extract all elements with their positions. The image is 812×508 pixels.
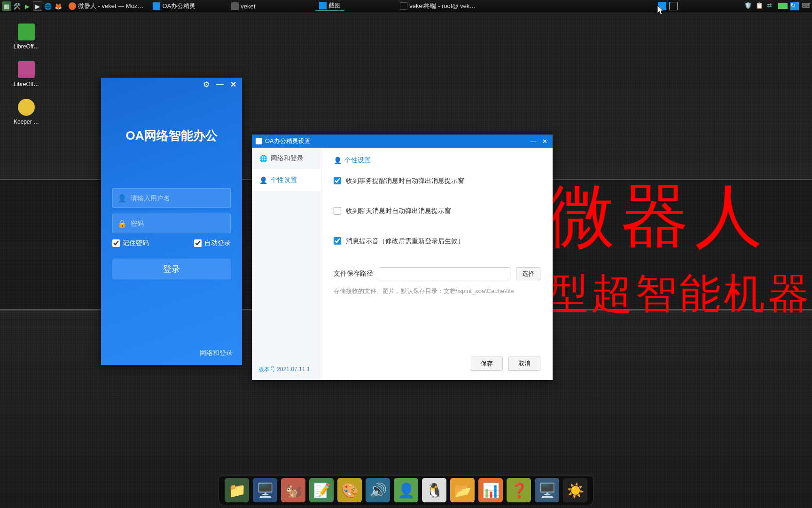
libreoffice-base-icon: [18, 61, 35, 78]
dock-paint[interactable]: 🎨: [337, 478, 362, 502]
nav-label: 个性设置: [271, 176, 297, 184]
auto-login-checkbox[interactable]: 自动登录: [194, 239, 231, 247]
dock-display[interactable]: 🖥️: [535, 478, 559, 502]
play-icon[interactable]: ▶: [23, 1, 32, 11]
save-button[interactable]: 保存: [471, 357, 503, 371]
dock-files[interactable]: 📁: [225, 478, 249, 502]
settings-titlebar: OA办公精灵设置 — ✕: [252, 135, 553, 148]
menu-icon[interactable]: ▦: [2, 1, 11, 11]
wallpaper-text: 微器人 型超智能机器: [547, 179, 812, 316]
remember-checkbox-input[interactable]: [112, 239, 120, 247]
username-input[interactable]: [131, 194, 226, 202]
checkbox-task-popup[interactable]: [334, 177, 341, 184]
file-path-input[interactable]: [379, 267, 510, 280]
dock-brightness[interactable]: ☀️: [563, 478, 587, 502]
desktop-icons: LibreOff… LibreOff… Keeper …: [7, 24, 46, 125]
oa-icon: [153, 2, 160, 10]
dock: 📁 🖥️ 🐿️ 📝 🎨 🔊 👤 🐧 📂 📊 ❓ 🖥️ ☀️: [219, 475, 593, 505]
user-icon: 👤: [334, 157, 342, 164]
option-label: 收到事务提醒消息时自动弹出消息提示窗: [346, 177, 464, 185]
icon-label: LibreOff…: [7, 81, 46, 87]
settings-footer: 保存 取消: [471, 357, 540, 371]
system-tray: 🛡️ 📋 ⇄ ↻ ⌨: [658, 2, 810, 10]
network-login-link[interactable]: 网络和登录: [200, 349, 233, 357]
firefox-icon[interactable]: 🦊: [54, 1, 63, 11]
taskbar-task-oa[interactable]: OA办公精灵: [149, 1, 199, 11]
option-label: 消息提示音（修改后需重新登录后生效）: [346, 237, 464, 246]
dock-penguin[interactable]: 🐧: [422, 478, 446, 502]
tool-icon[interactable]: 🛠️: [12, 1, 22, 11]
minimize-icon[interactable]: —: [530, 138, 537, 144]
globe-icon[interactable]: 🌐: [43, 1, 53, 11]
password-row: 🔒: [112, 214, 231, 233]
option-chat-popup: 收到聊天消息时自动弹出消息提示窗: [334, 207, 540, 215]
settings-body: 🌐 网络和登录 👤 个性设置 👤 个性设置 收到事务提醒消息时自动弹出消息提示窗…: [252, 148, 553, 380]
dock-media[interactable]: 🔊: [366, 478, 390, 502]
dock-chart[interactable]: 📊: [478, 478, 503, 502]
keyboard-icon[interactable]: ⌨: [802, 2, 810, 10]
screenshot-icon: [319, 2, 327, 9]
checkbox-sound[interactable]: [334, 237, 341, 245]
dock-help[interactable]: ❓: [507, 478, 531, 502]
checkbox-chat-popup[interactable]: [334, 207, 341, 214]
nav-network-login[interactable]: 🌐 网络和登录: [252, 148, 321, 169]
firefox-icon: [69, 2, 76, 10]
taskbar-task-firefox[interactable]: 微器人 - veket — Moz…: [65, 1, 147, 11]
settings-sidebar: 🌐 网络和登录 👤 个性设置: [252, 148, 321, 380]
remember-password-checkbox[interactable]: 记住密码: [112, 239, 149, 247]
shield-icon[interactable]: 🛡️: [744, 2, 753, 10]
minimize-icon[interactable]: —: [216, 80, 224, 88]
taskbar-task-veket[interactable]: veket: [227, 1, 259, 11]
task-label: 微器人 - veket — Moz…: [78, 2, 143, 10]
task-label: veket: [241, 3, 255, 10]
autologin-checkbox-input[interactable]: [194, 239, 202, 247]
settings-window-title: OA办公精灵设置: [265, 137, 311, 145]
nav-personal-settings[interactable]: 👤 个性设置: [252, 169, 321, 191]
globe-icon: 🌐: [259, 155, 267, 162]
section-title: 👤 个性设置: [334, 156, 540, 165]
window-controls: — ✕: [530, 138, 549, 144]
task-label: 截图: [328, 1, 341, 10]
dock-folder[interactable]: 📂: [450, 478, 475, 502]
tray-window-icon[interactable]: [669, 2, 678, 10]
folder-icon: [231, 2, 239, 10]
desktop-icon-keeper[interactable]: Keeper …: [7, 99, 46, 125]
username-row: 👤: [112, 188, 231, 208]
tray-app-icon[interactable]: [658, 2, 666, 10]
settings-window: OA办公精灵设置 — ✕ 🌐 网络和登录 👤 个性设置 👤 个性设置 收到事务提: [252, 135, 553, 380]
browse-button[interactable]: 选择: [516, 267, 540, 280]
taskbar-task-terminal[interactable]: veket终端 - root@ vek…: [396, 1, 479, 11]
terminal-icon[interactable]: ▶: [33, 1, 42, 11]
password-input[interactable]: [131, 220, 226, 227]
app-icon: [256, 138, 262, 144]
dock-squirrel[interactable]: 🐿️: [281, 478, 305, 502]
taskbar-task-screenshot[interactable]: 截图: [315, 1, 344, 11]
user-icon: 👤: [117, 194, 127, 203]
version-label: 版本号:2021.07.11.1: [258, 365, 310, 373]
dock-monitor[interactable]: 🖥️: [253, 478, 277, 502]
terminal-icon: [400, 2, 407, 10]
update-icon[interactable]: ↻: [790, 2, 799, 10]
login-titlebar: ⚙ — ✕: [101, 78, 242, 91]
lock-icon: 🔒: [117, 219, 127, 228]
wallpaper-text-line2: 型超智能机器: [547, 271, 812, 317]
icon-label: LibreOff…: [7, 43, 46, 50]
desktop-icon-libreoffice-calc[interactable]: LibreOff…: [7, 24, 46, 50]
desktop-icon-libreoffice-base[interactable]: LibreOff…: [7, 61, 46, 87]
path-label: 文件保存路径: [334, 270, 373, 278]
task-label: veket终端 - root@ vek…: [409, 2, 476, 10]
login-button[interactable]: 登录: [112, 259, 231, 279]
network-icon[interactable]: ⇄: [767, 2, 775, 10]
login-window: ⚙ — ✕ OA网络智能办公 👤 🔒 记住密码 自动登录 登录 网络和登录: [101, 78, 242, 365]
dock-user[interactable]: 👤: [394, 478, 418, 502]
settings-icon[interactable]: ⚙: [203, 80, 210, 89]
battery-icon[interactable]: [778, 3, 788, 9]
close-icon[interactable]: ✕: [542, 138, 549, 144]
close-icon[interactable]: ✕: [230, 80, 236, 89]
clipboard-icon[interactable]: 📋: [756, 2, 764, 10]
cancel-button[interactable]: 取消: [508, 357, 540, 371]
nav-label: 网络和登录: [271, 154, 304, 163]
dock-editor[interactable]: 📝: [309, 478, 334, 502]
option-sound: 消息提示音（修改后需重新登录后生效）: [334, 237, 540, 246]
login-app-title: OA网络智能办公: [101, 127, 242, 144]
